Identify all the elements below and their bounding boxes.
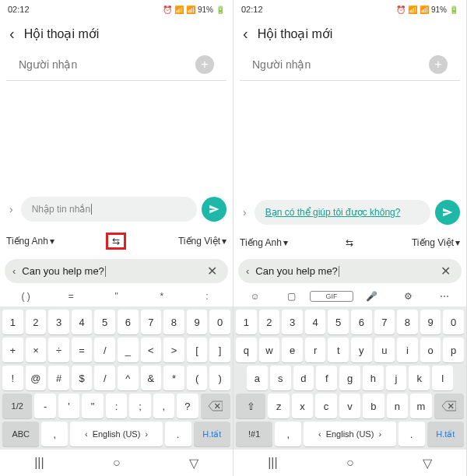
key[interactable]: f [316,366,337,390]
send-button[interactable] [202,197,226,222]
key[interactable]: 4 [305,310,326,334]
recent-apps-button[interactable]: ||| [268,456,277,470]
key[interactable]: 8 [397,310,418,334]
swap-languages-button[interactable]: ⇆ [341,236,358,250]
key[interactable]: 6 [118,310,139,334]
key-period[interactable]: . [165,422,191,446]
key[interactable]: - [34,394,55,418]
translate-field[interactable]: ‹ Can you help me? ✕ [5,259,228,283]
clear-icon[interactable]: ✕ [204,264,220,278]
more-icon[interactable]: ⋯ [427,291,463,302]
key-comma[interactable]: , [41,422,68,446]
key[interactable]: _ [118,338,139,362]
back-button[interactable]: ▽ [189,456,198,471]
expand-icon[interactable]: › [240,206,250,219]
key[interactable]: 9 [187,310,208,334]
key-page[interactable]: 1/2 [2,394,32,418]
key[interactable]: d [293,366,314,390]
key[interactable]: ( [187,366,208,390]
send-button[interactable] [435,200,460,225]
key[interactable]: 4 [72,310,93,334]
spacebar-key[interactable]: ‹English (US)› [70,422,163,446]
expand-icon[interactable]: › [6,203,16,215]
recent-apps-button[interactable]: ||| [34,456,44,470]
key[interactable]: * [163,366,184,390]
home-button[interactable]: ○ [346,456,354,470]
key[interactable]: ? [177,394,198,418]
key[interactable]: < [141,338,162,362]
key[interactable]: 0 [209,310,230,334]
lang-from[interactable]: Tiếng Anh ▾ [6,236,54,247]
key[interactable]: × [26,338,47,362]
key[interactable]: , [153,394,174,418]
key[interactable]: + [2,338,23,362]
lang-to[interactable]: Tiếng Việt ▾ [178,236,226,247]
tool-item[interactable]: " [93,291,139,302]
key[interactable]: # [48,366,69,390]
key[interactable]: 6 [351,310,372,334]
key[interactable]: c [315,394,336,418]
recipient-input[interactable] [19,58,195,71]
key[interactable]: 8 [163,310,184,334]
key[interactable]: 5 [328,310,349,334]
key[interactable]: 0 [443,310,464,334]
tool-item[interactable]: : [184,291,230,302]
back-button[interactable]: ▽ [423,456,432,471]
lang-to[interactable]: Tiếng Việt ▾ [412,237,460,248]
key[interactable]: m [410,394,431,418]
key[interactable]: p [443,338,464,362]
key[interactable]: 5 [94,310,115,334]
key[interactable]: : [106,394,127,418]
key[interactable]: $ [72,366,93,390]
key[interactable]: s [270,366,291,390]
key[interactable]: / [94,366,115,390]
key[interactable]: 1 [2,310,23,334]
key[interactable]: b [363,394,384,418]
done-key[interactable]: H.tất [427,422,464,446]
key[interactable]: 9 [420,310,441,334]
key[interactable]: k [409,366,430,390]
key[interactable]: y [351,338,372,362]
key[interactable]: i [397,338,418,362]
key[interactable]: @ [26,366,47,390]
key[interactable]: [ [187,338,208,362]
chevron-left-icon[interactable]: ‹ [12,265,16,277]
key[interactable]: v [339,394,360,418]
tool-item[interactable]: ( ) [3,291,48,302]
key[interactable]: ^ [118,366,139,390]
tool-item[interactable]: = [48,291,93,302]
key[interactable]: ÷ [48,338,69,362]
add-recipient-button[interactable]: + [195,55,214,74]
back-icon[interactable]: ‹ [243,25,248,43]
key[interactable]: h [363,366,384,390]
gif-icon[interactable]: GIF [310,291,353,302]
clear-icon[interactable]: ✕ [437,264,454,278]
sticker-icon[interactable]: ▢ [273,291,310,302]
settings-icon[interactable]: ⚙ [390,291,427,302]
key[interactable]: ) [209,366,230,390]
key-period[interactable]: . [399,422,425,446]
key[interactable]: / [94,338,115,362]
tool-item[interactable]: * [139,291,184,302]
key[interactable]: 7 [374,310,395,334]
key[interactable]: l [432,366,453,390]
key[interactable]: ' [58,394,79,418]
add-recipient-button[interactable]: + [429,55,448,74]
done-key[interactable]: H.tất [194,422,230,446]
backspace-key[interactable] [434,394,464,418]
key[interactable]: r [305,338,326,362]
back-icon[interactable]: ‹ [9,25,15,43]
key[interactable]: x [292,394,313,418]
key-comma[interactable]: , [275,422,301,446]
emoji-icon[interactable]: ☺ [237,291,273,302]
key[interactable]: t [328,338,349,362]
key[interactable]: n [387,394,408,418]
key[interactable]: 3 [282,310,303,334]
key[interactable]: u [374,338,395,362]
key[interactable]: 3 [48,310,69,334]
lang-from[interactable]: Tiếng Anh ▾ [240,237,288,248]
key[interactable]: q [236,338,257,362]
key[interactable]: 1 [236,310,257,334]
chevron-left-icon[interactable]: ‹ [246,265,249,277]
message-input[interactable]: Bạn có thể giúp tôi được không? [255,200,430,225]
